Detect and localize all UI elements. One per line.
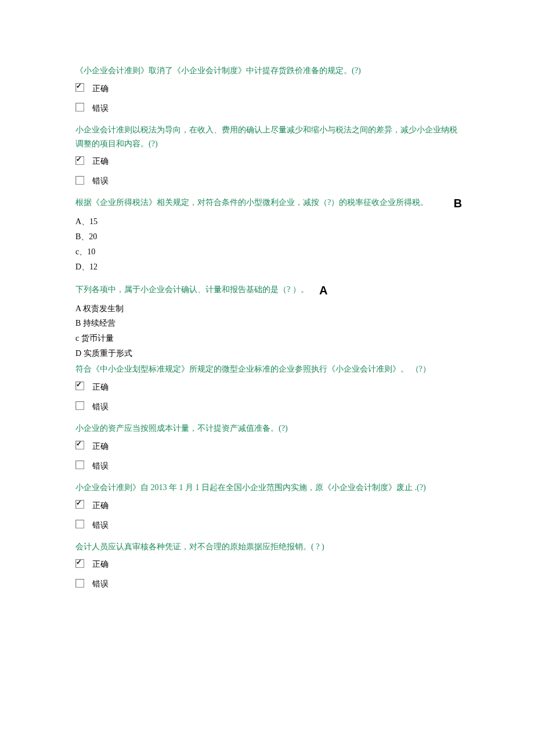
q7-month: 1 bbox=[179, 483, 183, 492]
question-6: 小企业的资产应当按照成本计量，不计提资产减值准备。(?) bbox=[75, 422, 459, 435]
option-row-wrong: 错误 bbox=[75, 461, 459, 471]
option-row-wrong: 错误 bbox=[75, 402, 459, 412]
label-wrong: 错误 bbox=[92, 103, 109, 114]
label-correct: 正确 bbox=[92, 441, 109, 452]
option-row-wrong: 错误 bbox=[75, 579, 459, 589]
label-wrong: 错误 bbox=[92, 579, 109, 589]
choice-b: B 持续经营 bbox=[75, 316, 459, 331]
q7-part-a: 小企业会计准则》自 bbox=[75, 483, 151, 492]
q7-part-g: 日起在全国小企业范围内实施，原《小企业会计制度》废止 .(?) bbox=[200, 483, 426, 492]
option-row-wrong: 错误 bbox=[75, 520, 459, 531]
q7-part-c: 年 bbox=[167, 483, 179, 492]
question-3-text: 根据《企业所得税法》相关规定，对符合条件的小型微利企业，减按（?）的税率征收企业… bbox=[75, 198, 428, 207]
option-row-correct: 正确 bbox=[75, 441, 459, 452]
option-row-correct: 正确 bbox=[75, 559, 459, 570]
question-5: 符合《中小企业划型标准规定》所规定的微型企业标准的企业参照执行《小企业会计准则》… bbox=[75, 362, 459, 376]
checkbox-wrong[interactable] bbox=[75, 103, 84, 111]
label-correct: 正确 bbox=[92, 382, 109, 393]
checkbox-wrong[interactable] bbox=[75, 579, 84, 588]
option-row-correct: 正确 bbox=[75, 382, 459, 393]
question-7: 小企业会计准则》自 2013 年 1 月 1 日起在全国小企业范围内实施，原《小… bbox=[75, 481, 459, 495]
checkbox-wrong[interactable] bbox=[75, 176, 84, 185]
label-correct: 正确 bbox=[92, 84, 109, 94]
choice-d: D 实质重于形式 bbox=[75, 346, 459, 361]
q7-day: 1 bbox=[196, 483, 200, 492]
choice-a: A、15 bbox=[75, 214, 459, 229]
label-correct: 正确 bbox=[92, 501, 109, 511]
question-4: 下列各项中，属于小企业会计确认、计量和报告基础的是（? ）。 A bbox=[75, 283, 459, 297]
option-row-wrong: 错误 bbox=[75, 103, 459, 114]
choice-a: A 权责发生制 bbox=[75, 301, 459, 316]
checkbox-wrong[interactable] bbox=[75, 401, 84, 410]
choice-c: c、10 bbox=[75, 244, 459, 260]
label-wrong: 错误 bbox=[92, 402, 109, 412]
checkbox-correct[interactable] bbox=[75, 559, 84, 568]
choice-b: B、20 bbox=[75, 229, 459, 244]
checkbox-correct[interactable] bbox=[75, 500, 84, 509]
choice-d: D、12 bbox=[75, 260, 459, 275]
checkbox-correct[interactable] bbox=[75, 381, 84, 390]
question-4-text: 下列各项中，属于小企业会计确认、计量和报告基础的是（? ）。 bbox=[75, 285, 309, 294]
choice-c: c 货币计量 bbox=[75, 331, 459, 346]
question-8: 会计人员应认真审核各种凭证，对不合理的原始票据应拒绝报销。( ? ) bbox=[75, 540, 459, 554]
option-row-wrong: 错误 bbox=[75, 176, 459, 186]
answer-letter-q3: B bbox=[454, 193, 462, 213]
checkbox-wrong[interactable] bbox=[75, 460, 84, 469]
label-correct: 正确 bbox=[92, 559, 109, 570]
checkbox-correct[interactable] bbox=[75, 83, 84, 92]
q7-year: 2013 bbox=[151, 483, 167, 492]
label-correct: 正确 bbox=[92, 156, 109, 167]
question-2: 小企业会计准则以税法为导向，在收入、费用的确认上尽量减少和缩小与税法之间的差异，… bbox=[75, 123, 459, 151]
q7-part-e: 月 bbox=[183, 483, 196, 492]
checkbox-correct[interactable] bbox=[75, 441, 84, 449]
label-wrong: 错误 bbox=[92, 461, 109, 471]
checkbox-wrong[interactable] bbox=[75, 520, 84, 528]
label-wrong: 错误 bbox=[92, 176, 109, 186]
option-row-correct: 正确 bbox=[75, 501, 459, 511]
question-1: 《小企业会计准则》取消了《小企业会计制度》中计提存货跌价准备的规定。(?) bbox=[75, 64, 459, 78]
option-row-correct: 正确 bbox=[75, 156, 459, 167]
answer-letter-q4: A bbox=[319, 280, 327, 300]
question-3: 根据《企业所得税法》相关规定，对符合条件的小型微利企业，减按（?）的税率征收企业… bbox=[75, 196, 459, 210]
label-wrong: 错误 bbox=[92, 520, 109, 531]
checkbox-correct[interactable] bbox=[75, 156, 84, 165]
option-row-correct: 正确 bbox=[75, 84, 459, 94]
